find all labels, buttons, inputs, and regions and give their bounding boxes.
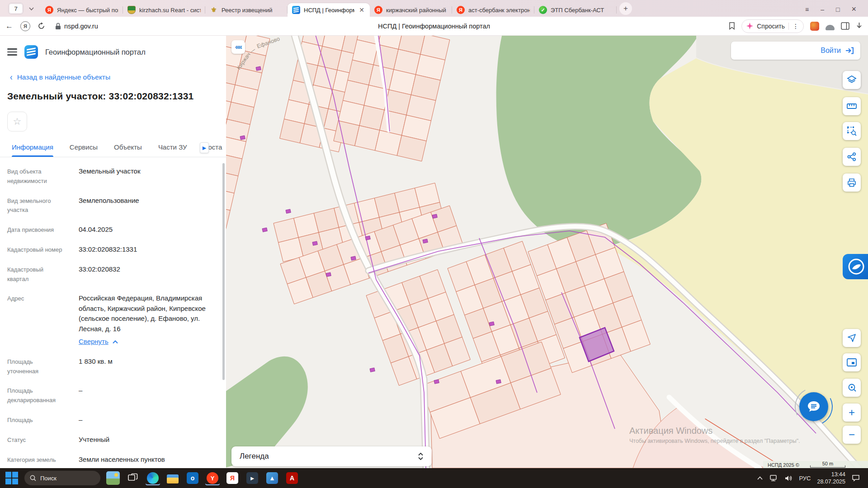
chat-widget[interactable] <box>795 388 833 426</box>
photos-taskbar-icon[interactable]: ▲ <box>265 471 279 485</box>
tab-court[interactable]: Я киржачский районный су <box>370 3 452 17</box>
building <box>489 322 494 326</box>
taskbar-search[interactable]: Поиск <box>24 471 100 485</box>
share-button[interactable] <box>843 148 861 166</box>
extension-icon[interactable] <box>810 22 819 31</box>
url-box[interactable]: nspd.gov.ru <box>55 23 98 30</box>
tabs-menu-icon[interactable]: ≡ <box>805 6 809 13</box>
side-panel-icon[interactable] <box>841 22 849 30</box>
ask-button[interactable]: Спросить ⋮ <box>741 19 804 33</box>
outlook-icon: o <box>187 472 198 484</box>
volume-icon[interactable] <box>784 475 793 482</box>
tab-ast-sberbank[interactable]: Я аст-сбербанк электронна <box>452 3 534 17</box>
building <box>434 380 439 384</box>
field-row: Вид земельного участка Землепользование <box>7 196 217 216</box>
parcel-title: Земельный участок: 33:02:020832:1331 <box>7 91 217 102</box>
overview-map-button[interactable] <box>843 353 861 371</box>
building <box>240 136 245 140</box>
windows-logo-icon <box>5 471 19 485</box>
widgets-button[interactable] <box>106 471 120 485</box>
tab-information[interactable]: Информация <box>12 143 53 157</box>
tab-etp-sberbank[interactable]: ✓ ЭТП Сбербанк-АСТ <box>534 3 617 17</box>
building <box>256 66 261 70</box>
eagle-favicon: ⚜ <box>210 6 218 14</box>
tray-chevron-icon[interactable] <box>757 476 763 480</box>
notifications-icon[interactable] <box>852 474 860 482</box>
network-icon[interactable] <box>769 474 778 482</box>
nspd-logo <box>24 45 38 59</box>
collapse-address-link[interactable]: Свернуть <box>79 337 217 347</box>
language-indicator[interactable]: РУС <box>799 475 811 482</box>
tab-kirzhach[interactable]: kirzhach.su Reart - систем <box>123 3 205 17</box>
tab-nspd-active[interactable]: НСПД | Геоинформаци ✕ <box>288 3 370 17</box>
yandex-home-icon[interactable]: Я <box>20 21 30 31</box>
area-select-button[interactable] <box>843 122 861 140</box>
tab-list-chevron-icon[interactable] <box>25 3 37 14</box>
field-row: Статус Учтенный <box>7 435 217 445</box>
collapse-panel-button[interactable]: «« <box>231 40 245 54</box>
start-button[interactable] <box>5 471 19 485</box>
print-button[interactable] <box>843 174 861 192</box>
screen: 7 Я Яндекс — быстрый поиск kirzhach.su R… <box>0 0 868 488</box>
login-button[interactable]: Войти <box>731 42 860 60</box>
refresh-icon[interactable] <box>38 22 45 30</box>
building <box>365 236 370 240</box>
tab-close-icon[interactable]: ✕ <box>358 6 365 14</box>
search-area-button[interactable] <box>843 379 861 397</box>
download-icon[interactable] <box>856 22 863 30</box>
windows-taskbar: Поиск o Y Я ▸ ▲ A РУС 13:44 28.07.2025 <box>0 468 868 488</box>
ruler-button[interactable] <box>843 97 861 115</box>
tab-parts[interactable]: Части ЗУ <box>158 143 187 157</box>
app-icon: ▸ <box>246 472 258 484</box>
more-menu-icon[interactable]: ⋮ <box>793 23 799 30</box>
tab-yandex-search[interactable]: Я Яндекс — быстрый поиск <box>41 3 123 17</box>
nspd-mascot-icon <box>848 258 865 275</box>
zoom-in-button[interactable]: + <box>843 404 861 422</box>
minimize-icon[interactable]: – <box>821 6 824 13</box>
fields-list: Вид объекта недвижимости Земельный участ… <box>7 166 217 468</box>
tab-objects[interactable]: Объекты <box>114 143 142 157</box>
layers-button[interactable] <box>843 71 861 89</box>
tab-services[interactable]: Сервисы <box>70 143 98 157</box>
back-icon[interactable]: ← <box>5 22 13 31</box>
yandex-favicon: Я <box>374 6 382 14</box>
panel-scrollbar[interactable] <box>222 163 225 380</box>
sparkle-icon <box>746 23 753 29</box>
new-tab-button[interactable]: + <box>619 2 632 15</box>
task-view-icon <box>127 473 138 483</box>
outlook-taskbar-icon[interactable]: o <box>185 471 200 485</box>
inset-map-icon <box>847 358 857 366</box>
ruler-icon <box>847 103 857 109</box>
extension-icon[interactable] <box>826 25 835 30</box>
locate-button[interactable] <box>843 329 861 347</box>
task-view-button[interactable] <box>126 471 140 485</box>
yandex-app-taskbar-icon[interactable]: Я <box>225 471 240 485</box>
building <box>286 209 291 213</box>
map-attribution: НСПД 2025 © 50 m <box>763 461 868 468</box>
maximize-icon[interactable]: □ <box>836 6 840 13</box>
clock[interactable]: 13:44 28.07.2025 <box>817 471 845 486</box>
bookmark-icon[interactable] <box>729 22 735 30</box>
dark-app-taskbar-icon[interactable]: ▸ <box>245 471 259 485</box>
yandex-browser-taskbar-icon[interactable]: Y <box>205 471 220 485</box>
widgets-weather-icon <box>106 471 120 485</box>
tabs-scroll-right-button[interactable]: ▶ <box>200 142 209 153</box>
map-search-icon <box>847 383 857 393</box>
edge-taskbar-icon[interactable] <box>146 471 160 485</box>
tab-counter[interactable]: 7 <box>8 3 24 14</box>
close-icon[interactable]: × <box>851 5 856 14</box>
page-title: НСПД | Геоинформационный портал <box>378 23 490 30</box>
map-canvas[interactable]: Киржач — Ефаново «« Войти <box>226 36 868 468</box>
zoom-out-button[interactable]: − <box>843 426 861 444</box>
tab-registry[interactable]: ⚜ Реестр извещений <box>205 3 288 17</box>
back-to-results-link[interactable]: ‹ Назад в найденные объекты <box>10 73 217 82</box>
legend-bar[interactable]: Легенда <box>231 446 432 466</box>
chat-button[interactable] <box>799 392 828 421</box>
navigator-icon <box>847 333 856 343</box>
menu-icon[interactable] <box>7 48 17 55</box>
favorite-star-button[interactable]: ☆ <box>7 112 27 131</box>
field-row: Категория земель Земли населенных пункто… <box>7 455 217 465</box>
support-widget[interactable] <box>843 254 868 279</box>
acrobat-taskbar-icon[interactable]: A <box>285 471 299 485</box>
file-explorer-taskbar-icon[interactable] <box>165 471 180 485</box>
